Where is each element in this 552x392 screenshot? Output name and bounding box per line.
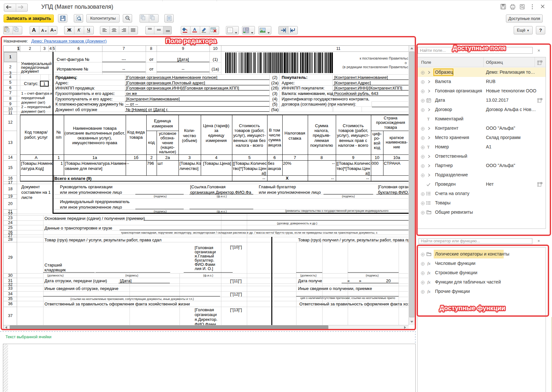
svg-text:A: A (193, 27, 196, 32)
svg-text:Поле редактора: Поле редактора (166, 37, 217, 44)
svg-text:Доступные поля: Доступные поля (452, 44, 506, 51)
svg-text:R: R (247, 28, 248, 30)
svg-text:Доступные функции: Доступные функции (440, 304, 505, 312)
